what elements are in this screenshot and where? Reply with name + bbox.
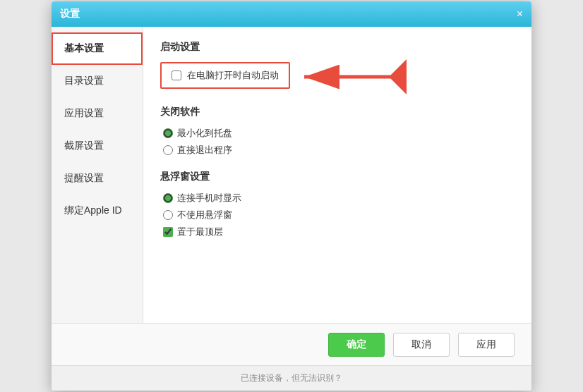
show-on-connect-option[interactable]: 连接手机时显示 <box>163 192 515 204</box>
content-area: 基本设置 目录设置 应用设置 截屏设置 提醒设置 绑定Apple ID 启动设置 <box>52 27 531 323</box>
red-arrow-annotation <box>297 59 410 94</box>
show-connect-radio[interactable] <box>163 193 173 203</box>
always-on-top-option[interactable]: 置于最顶层 <box>163 226 515 238</box>
sidebar-item-basic[interactable]: 基本设置 <box>52 32 143 65</box>
sidebar: 基本设置 目录设置 应用设置 截屏设置 提醒设置 绑定Apple ID <box>52 27 143 323</box>
minimize-radio[interactable] <box>163 128 173 138</box>
no-float-option[interactable]: 不使用悬浮窗 <box>163 209 515 221</box>
startup-section: 启动设置 在电脑打开时自动启动 <box>160 41 515 92</box>
auto-start-label[interactable]: 在电脑打开时自动启动 <box>187 69 279 82</box>
apply-button[interactable]: 应用 <box>458 333 515 357</box>
sidebar-item-apple[interactable]: 绑定Apple ID <box>52 195 143 227</box>
exit-program-option[interactable]: 直接退出程序 <box>163 144 515 157</box>
footer: 确定 取消 应用 <box>52 323 531 365</box>
confirm-button[interactable]: 确定 <box>328 333 385 357</box>
bottom-link[interactable]: 已连接设备，但无法识别？ <box>241 372 342 384</box>
startup-checkbox-container: 在电脑打开时自动启动 <box>160 62 290 89</box>
sidebar-item-screenshot[interactable]: 截屏设置 <box>52 130 143 162</box>
no-float-radio[interactable] <box>163 210 173 220</box>
float-window-section: 悬浮窗设置 连接手机时显示 不使用悬浮窗 置于最顶层 <box>160 171 515 238</box>
close-button[interactable]: × <box>517 8 523 20</box>
titlebar: 设置 × <box>52 1 531 27</box>
window-title: 设置 <box>60 8 80 20</box>
startup-title: 启动设置 <box>160 41 515 54</box>
minimize-to-tray-option[interactable]: 最小化到托盘 <box>163 127 515 140</box>
auto-start-checkbox[interactable] <box>172 71 181 80</box>
always-on-top-checkbox[interactable] <box>163 227 173 237</box>
main-panel: 启动设置 在电脑打开时自动启动 <box>143 27 531 323</box>
sidebar-item-reminder[interactable]: 提醒设置 <box>52 162 143 195</box>
exit-radio[interactable] <box>163 145 173 155</box>
bottom-bar: 已连接设备，但无法识别？ <box>52 365 531 391</box>
sidebar-item-directory[interactable]: 目录设置 <box>52 65 143 97</box>
cancel-button[interactable]: 取消 <box>393 333 450 357</box>
sidebar-item-app[interactable]: 应用设置 <box>52 97 143 130</box>
float-window-title: 悬浮窗设置 <box>160 171 515 183</box>
close-options-group: 最小化到托盘 直接退出程序 <box>160 127 515 157</box>
float-options-group: 连接手机时显示 不使用悬浮窗 置于最顶层 <box>160 192 515 238</box>
close-software-title: 关闭软件 <box>160 106 515 118</box>
close-software-section: 关闭软件 最小化到托盘 直接退出程序 <box>160 106 515 157</box>
